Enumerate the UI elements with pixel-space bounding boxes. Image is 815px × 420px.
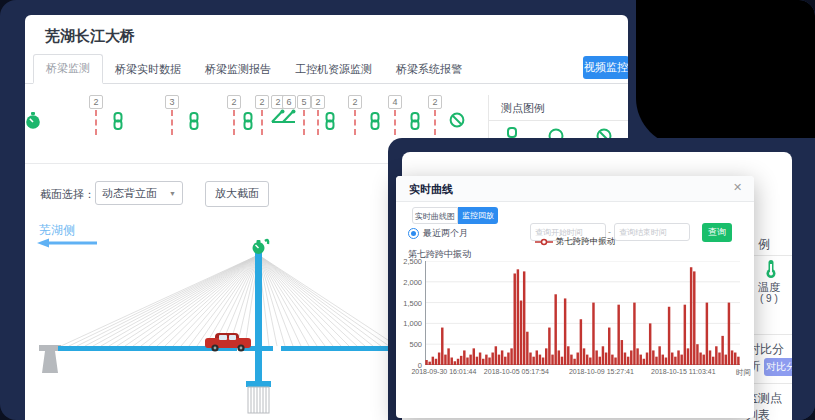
sensor-gauge-icon[interactable] bbox=[25, 95, 41, 134]
sensor-dash-marker: 2 bbox=[227, 95, 241, 135]
compare-analysis-button[interactable]: 对比分析 bbox=[764, 358, 792, 376]
legend-marker-icon bbox=[535, 238, 553, 246]
background-black-window bbox=[636, 0, 815, 146]
sensor-link-icon[interactable] bbox=[409, 95, 421, 134]
tab-bridge-monitor[interactable]: 桥梁监测 bbox=[33, 54, 103, 84]
link-icon bbox=[369, 95, 381, 134]
temperature-count: ( 9 ) bbox=[760, 293, 778, 304]
y-tick-label: 2,000 bbox=[396, 278, 422, 287]
sensor-dash-marker: 3 bbox=[165, 95, 179, 135]
bridge-cables bbox=[61, 255, 397, 346]
sensor-link-icon[interactable] bbox=[188, 95, 200, 134]
legend-header-fragment: 例 bbox=[758, 236, 770, 253]
bridge-deck-right bbox=[281, 346, 405, 351]
pier-cap bbox=[246, 381, 271, 387]
sensor-link-icon[interactable] bbox=[369, 95, 381, 134]
sensor-noentry-icon[interactable] bbox=[449, 95, 465, 132]
sensor-badge: 2 bbox=[227, 95, 241, 109]
sensor-dash-marker: 2 bbox=[255, 95, 269, 135]
link-icon bbox=[324, 95, 336, 134]
sensor-link-icon[interactable] bbox=[112, 95, 124, 134]
main-tabbar: 桥梁监测 桥梁实时数据 桥梁监测报告 工控机资源监测 桥梁系统报警 bbox=[25, 55, 628, 84]
legend-panel-divider bbox=[489, 120, 628, 121]
truss-icon bbox=[282, 109, 296, 128]
pylon-gauge-icon[interactable] bbox=[253, 240, 269, 254]
sensor-badge: 2 bbox=[255, 95, 269, 109]
chart-legend[interactable]: 第七跨跨中振动 bbox=[396, 236, 754, 248]
dash-line bbox=[434, 110, 436, 135]
link-icon bbox=[242, 95, 254, 134]
bridge-abutment bbox=[39, 345, 61, 373]
tab-system-alarm[interactable]: 桥梁系统报警 bbox=[384, 56, 474, 83]
dash-line bbox=[354, 110, 356, 135]
gauge-icon bbox=[25, 95, 41, 134]
noentry-icon bbox=[449, 95, 465, 132]
video-monitor-button[interactable]: 视频监控 bbox=[583, 56, 628, 79]
sensor-badge: 2 bbox=[89, 95, 103, 109]
tab-monitor-report[interactable]: 桥梁监测报告 bbox=[193, 56, 283, 83]
x-tick-label: 2018-10-05 05:17:54 bbox=[484, 368, 549, 375]
link-icon bbox=[409, 95, 421, 134]
x-tick-label: 2018-10-09 15:27:41 bbox=[569, 368, 634, 375]
dash-line bbox=[233, 110, 235, 135]
sensor-dash-marker: 5 bbox=[297, 95, 311, 135]
dash-line bbox=[303, 110, 305, 135]
dash-line bbox=[317, 110, 319, 135]
chart-x-axis-name: 时间 bbox=[736, 368, 751, 378]
bridge-pylon bbox=[255, 252, 262, 383]
sensor-badge: 6 bbox=[282, 95, 296, 109]
sensor-badge: 3 bbox=[165, 95, 179, 109]
x-tick-label: 2018-09-30 16:01:44 bbox=[411, 368, 476, 375]
sensor-dash-marker: 2 bbox=[348, 95, 362, 135]
realtime-curve-modal: 实时曲线 ✕ 实时曲线图 监控回放 最近两个月 - 查询 第七跨跨中振动 第七跨… bbox=[396, 176, 754, 418]
temperature-icon[interactable] bbox=[764, 259, 778, 279]
y-tick-label: 500 bbox=[396, 340, 422, 349]
link-icon bbox=[112, 95, 124, 134]
sensor-link-icon[interactable] bbox=[242, 95, 254, 134]
modal-title: 实时曲线 bbox=[409, 182, 453, 197]
link-icon bbox=[188, 95, 200, 134]
dash-line bbox=[171, 110, 173, 135]
dash-line bbox=[394, 110, 396, 135]
sensor-badge: 4 bbox=[388, 95, 402, 109]
sensor-badge: 2 bbox=[311, 95, 325, 109]
section-select-label: 截面选择： bbox=[40, 187, 95, 202]
legend-panel-title: 测点图例 bbox=[501, 101, 545, 116]
sensor-dash-marker: 2 bbox=[89, 95, 103, 135]
screen-canvas: 芜湖长江大桥 桥梁监测 桥梁实时数据 桥梁监测报告 工控机资源监测 桥梁系统报警… bbox=[0, 0, 815, 420]
sensor-badge: 2 bbox=[348, 95, 362, 109]
x-tick-label: 2018-10-15 11:03:41 bbox=[651, 368, 715, 375]
sensor-badge: 5 bbox=[297, 95, 311, 109]
modal-tab-playback[interactable]: 监控回放 bbox=[458, 207, 498, 224]
y-tick-label: 1,000 bbox=[396, 319, 422, 328]
sensor-link-icon[interactable] bbox=[324, 95, 336, 134]
vibration-chart-plot bbox=[425, 261, 740, 365]
direction-arrow-icon bbox=[35, 237, 105, 249]
enlarge-section-button[interactable]: 放大截面 bbox=[205, 181, 269, 207]
bridge-drawing bbox=[25, 237, 405, 420]
dash-line bbox=[261, 110, 263, 135]
legend-link-icon bbox=[508, 128, 516, 137]
section-select-value: 动态背立面 bbox=[102, 186, 157, 201]
pier-piles bbox=[248, 387, 269, 413]
sensor-badge: 2 bbox=[428, 95, 442, 109]
sensor-dash-marker: 2 bbox=[428, 95, 442, 135]
y-tick-label: 2,500 bbox=[396, 257, 422, 266]
sensor-truss-icon[interactable]: 6 bbox=[282, 95, 296, 128]
bridge-diagram: 芜湖侧 bbox=[25, 215, 405, 420]
close-icon[interactable]: ✕ bbox=[733, 181, 742, 194]
y-tick-label: 1,500 bbox=[396, 299, 422, 308]
tab-realtime-data[interactable]: 桥梁实时数据 bbox=[103, 56, 193, 83]
dash-line bbox=[95, 110, 97, 135]
chevron-down-icon: ▼ bbox=[169, 190, 176, 197]
legend-series-name: 第七跨跨中振动 bbox=[556, 236, 616, 248]
sensor-dash-marker: 4 bbox=[388, 95, 402, 135]
page-title: 芜湖长江大桥 bbox=[45, 27, 135, 46]
tab-ipc-resource[interactable]: 工控机资源监测 bbox=[283, 56, 384, 83]
sensor-dash-marker: 2 bbox=[311, 95, 325, 135]
modal-tab-realtime-curve[interactable]: 实时曲线图 bbox=[412, 207, 458, 224]
section-select-dropdown[interactable]: 动态背立面 ▼ bbox=[95, 181, 183, 205]
